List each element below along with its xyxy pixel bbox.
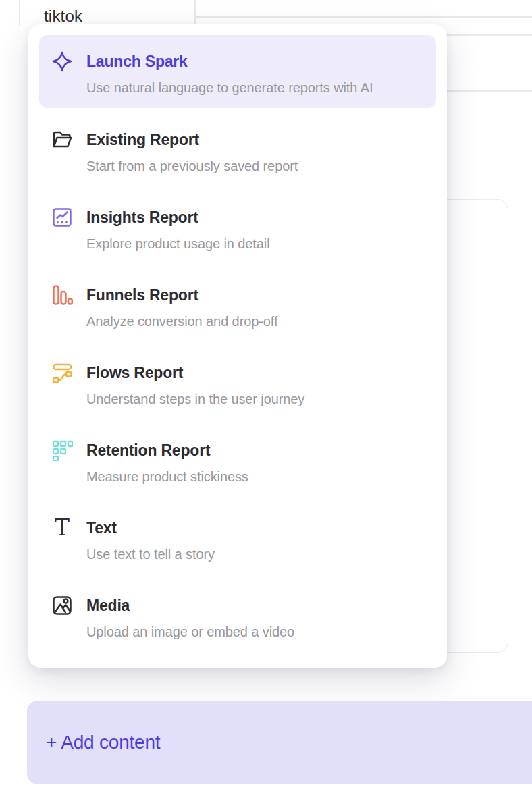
menu-item-subtitle: Understand steps in the user journey: [86, 388, 304, 410]
menu-item-subtitle: Analyze conversion and drop-off: [86, 310, 277, 332]
spark-icon: [51, 51, 73, 72]
menu-item-title: Insights Report: [86, 206, 270, 229]
screen: tiktok Launch Spark Use natural language…: [0, 0, 532, 810]
background-divider: [19, 0, 20, 26]
menu-item-subtitle: Explore product usage in detail: [86, 233, 270, 254]
background-divider: [194, 0, 196, 26]
text-icon: T: [51, 517, 73, 539]
menu-item-funnels-report[interactable]: Funnels Report Analyze conversion and dr…: [39, 269, 436, 346]
menu-item-title: Launch Spark: [86, 50, 373, 73]
menu-item-media[interactable]: Media Upload an image or embed a video: [39, 579, 436, 657]
menu-item-text[interactable]: T Text Use text to tell a story: [39, 502, 436, 579]
folder-open-icon: [51, 129, 73, 151]
menu-item-subtitle: Measure product stickiness: [86, 466, 248, 487]
menu-item-subtitle: Use text to tell a story: [86, 543, 215, 565]
menu-item-existing-report[interactable]: Existing Report Start from a previously …: [39, 113, 436, 191]
add-content-menu: Launch Spark Use natural language to gen…: [28, 24, 447, 668]
menu-item-retention-report[interactable]: Retention Report Measure product stickin…: [39, 424, 436, 502]
menu-item-title: Funnels Report: [86, 284, 277, 306]
menu-item-title: Media: [86, 594, 294, 617]
background-divider: [194, 16, 532, 18]
menu-item-subtitle: Use natural language to generate reports…: [86, 77, 373, 99]
flows-icon: [51, 362, 73, 383]
menu-item-flows-report[interactable]: Flows Report Understand steps in the use…: [39, 346, 436, 424]
menu-item-launch-spark[interactable]: Launch Spark Use natural language to gen…: [39, 35, 436, 108]
menu-item-title: Flows Report: [86, 361, 304, 384]
menu-item-insights-report[interactable]: Insights Report Explore product usage in…: [39, 191, 436, 269]
add-content-button[interactable]: + Add content: [27, 701, 532, 784]
add-content-label: + Add content: [46, 732, 160, 753]
menu-item-title: Existing Report: [86, 128, 298, 151]
menu-item-title: Retention Report: [86, 439, 248, 462]
retention-grid-icon: [51, 439, 73, 461]
media-image-icon: [51, 595, 73, 616]
board-item-title: tiktok: [44, 7, 82, 26]
menu-item-title: Text: [86, 516, 215, 539]
insights-chart-icon: [51, 207, 73, 228]
menu-item-subtitle: Start from a previously saved report: [86, 155, 298, 177]
funnels-bars-icon: [51, 284, 73, 306]
menu-item-subtitle: Upload an image or embed a video: [86, 621, 294, 643]
